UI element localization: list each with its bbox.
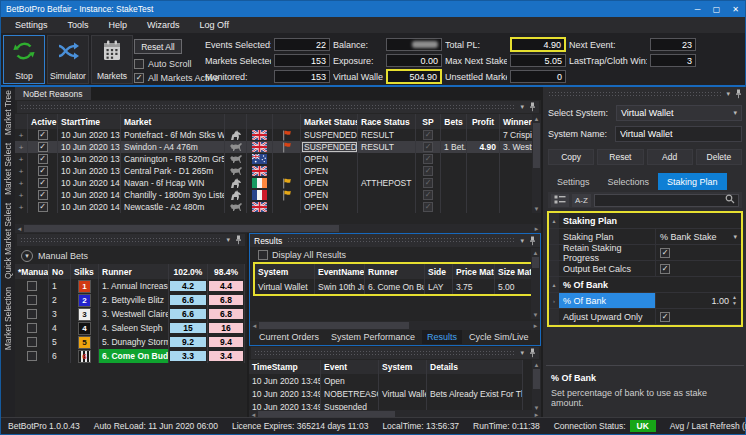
expand-icon[interactable]: + [15, 141, 28, 153]
back-price-cell[interactable]: 4.2 [169, 279, 208, 293]
select-system-dropdown[interactable]: Virtual Wallet ▾ [616, 105, 742, 121]
scroll-up-icon[interactable]: ▲ [531, 248, 540, 257]
col-header-starttime[interactable]: StartTime [58, 114, 121, 129]
tab-nobet-reasons[interactable]: NoBet Reasons [15, 87, 91, 100]
scroll-up-icon[interactable]: ▲ [532, 114, 541, 123]
back-price[interactable]: 4.2 [170, 281, 206, 291]
sidebar-tab-market-select[interactable]: Market Select [3, 143, 13, 195]
expand-icon[interactable]: + [15, 189, 28, 201]
sidebar-tab-market-selection[interactable]: Market Selection [3, 287, 13, 350]
manual-bet-row[interactable]: 555. Dunaghy Storm9.29.4 [15, 335, 247, 349]
col-header-manual[interactable]: *Manual [15, 264, 49, 279]
expand-icon[interactable]: + [15, 177, 28, 189]
sp-checkbox[interactable]: ✓ [423, 166, 433, 176]
chevron-down-icon[interactable]: ▾ [726, 90, 730, 98]
lay-price-cell[interactable]: 4.4 [208, 279, 245, 293]
lay-price[interactable]: 6.8 [209, 295, 243, 305]
scroll-track[interactable] [24, 224, 532, 233]
property-value[interactable]: ✓ [656, 309, 741, 324]
log-grip-bar[interactable]: ▾ [251, 347, 539, 359]
menu-tools[interactable]: Tools [58, 17, 99, 33]
manual-checkbox[interactable] [27, 281, 37, 291]
log-row[interactable]: 10 Jun 2020 13:49:00NOBETREASONSVirtual … [249, 387, 541, 400]
col-header-icon[interactable] [225, 114, 247, 129]
menu-settings[interactable]: Settings [5, 17, 58, 33]
markets-button[interactable]: Markets [91, 35, 133, 84]
log-v-scrollbar[interactable]: ▲▼ [532, 360, 541, 412]
expand-icon[interactable]: + [15, 201, 28, 213]
expand-icon[interactable]: + [15, 165, 28, 177]
scroll-track[interactable] [531, 257, 540, 310]
pin-icon[interactable] [735, 89, 742, 99]
drag-grip[interactable] [287, 237, 515, 244]
chevron-down-icon[interactable]: ▾ [520, 237, 524, 245]
col-header-event[interactable]: Event [321, 360, 379, 374]
property-value[interactable]: % Bank Stake▾ [656, 229, 741, 244]
col-header-details[interactable]: Details [427, 360, 523, 374]
manual-bets-grip-bar[interactable]: ▾ [17, 234, 245, 246]
manual-checkbox[interactable] [27, 351, 37, 361]
sp-checkbox[interactable]: ✓ [423, 178, 433, 188]
active-checkbox[interactable]: ✓ [38, 142, 48, 152]
pin-icon[interactable] [529, 236, 536, 246]
manual-bet-row[interactable]: 111. Annual Increase4.24.4 [15, 279, 247, 293]
scroll-left-icon[interactable]: ◄ [15, 224, 24, 233]
property-row-staking-plan[interactable]: ▴Staking Plan [549, 213, 741, 229]
lay-price-cell[interactable]: 6.8 [208, 293, 245, 307]
results-v-scrollbar[interactable]: ▲▼ [531, 248, 540, 319]
col-header-price-matched[interactable]: Price Matched [453, 264, 495, 279]
lay-price-cell[interactable]: 9.4 [208, 335, 245, 349]
lay-price[interactable]: 6.8 [209, 309, 243, 319]
tab-results[interactable]: Results [422, 330, 462, 344]
col-header-active[interactable]: Active [28, 114, 58, 129]
property-checkbox[interactable]: ✓ [660, 312, 670, 322]
col-header-runner[interactable]: Runner [99, 264, 169, 279]
col-header-market-status[interactable]: Market Status [301, 114, 358, 129]
active-checkbox[interactable]: ✓ [38, 166, 48, 176]
simulator-button[interactable]: Simulator [47, 35, 89, 84]
result-row[interactable]: Virtual WalletSwin 10th Jun6. Come On Bu… [255, 279, 535, 294]
market-row[interactable]: +✓10 Jun 2020 13:57Cannington - R8 520m … [15, 153, 541, 165]
expand-icon[interactable]: + [15, 153, 28, 165]
close-button[interactable]: ✕ [726, 1, 745, 17]
col-header-icon[interactable] [247, 114, 273, 129]
market-row[interactable]: +✓10 Jun 2020 13:49Swindon - A4 476mSUSP… [15, 141, 541, 153]
pin-icon[interactable] [529, 348, 536, 358]
property-row-retain-staking-progress[interactable]: Retain Staking Progress✓ [549, 245, 741, 261]
back-price[interactable]: 6.6 [170, 309, 206, 319]
property-row-of-bank[interactable]: ▴% Of Bank [549, 277, 741, 293]
stop-button[interactable]: Stop [3, 35, 45, 84]
lay-price[interactable]: 4.4 [209, 281, 243, 291]
lay-price-cell[interactable]: 16 [208, 321, 245, 335]
col-header-market[interactable]: Market [121, 114, 225, 129]
col-header-bets[interactable]: Bets [441, 114, 467, 129]
tab-system-performance[interactable]: System Performance [326, 330, 420, 344]
menu-log-off[interactable]: Log Off [190, 17, 239, 33]
active-checkbox[interactable]: ✓ [38, 130, 48, 140]
back-price-cell[interactable]: 9.2 [169, 335, 208, 349]
property-row-output-bet-calcs[interactable]: Output Bet Calcs✓ [549, 261, 741, 277]
lay-price[interactable]: 3.4 [209, 351, 243, 361]
property-value[interactable]: 1.00▲▼ [656, 293, 741, 308]
property-row-of-bank[interactable]: ›% Of Bank1.00▲▼ [549, 293, 741, 309]
pin-icon[interactable] [529, 102, 536, 112]
col-header-race-status[interactable]: Race Status [358, 114, 416, 129]
col-header-no[interactable]: No [49, 264, 71, 279]
back-price-cell[interactable]: 3.3 [169, 349, 208, 363]
scroll-right-icon[interactable]: ► [532, 224, 541, 233]
manual-bet-row[interactable]: 333. Westwell Claire6.66.8 [15, 307, 247, 321]
maximize-button[interactable]: ▢ [707, 1, 726, 17]
chevron-down-icon[interactable]: ▾ [226, 236, 230, 244]
col-header-side[interactable]: Side [425, 264, 453, 279]
tab-current-orders[interactable]: Current Orders [254, 330, 324, 344]
scroll-down-icon[interactable]: ▼ [532, 204, 541, 213]
back-price[interactable]: 15 [170, 323, 206, 333]
back-price-cell[interactable]: 15 [169, 321, 208, 335]
scroll-right-icon[interactable]: ► [531, 321, 540, 330]
sidebar-tab-quick-market-select[interactable]: Quick Market Select [3, 203, 13, 279]
results-h-scrollbar[interactable]: ◄► [250, 321, 540, 330]
tab-settings[interactable]: Settings [548, 173, 599, 190]
col-header-size-matched[interactable]: Size Matched [495, 264, 535, 279]
back-price[interactable]: 9.2 [170, 337, 206, 347]
back-price[interactable]: 3.3 [170, 351, 206, 361]
